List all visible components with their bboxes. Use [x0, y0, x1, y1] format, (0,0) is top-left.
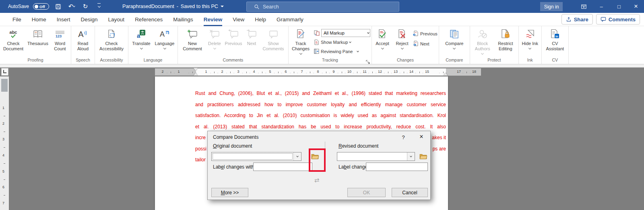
save-button[interactable] [53, 2, 63, 11]
help-icon: ? [402, 134, 405, 140]
tab-stop-selector[interactable] [1, 68, 8, 76]
autosave-toggle[interactable]: Off [33, 3, 49, 10]
redo-button[interactable]: ↻ [80, 2, 90, 11]
reject-button[interactable]: Reject [393, 26, 411, 58]
restrict-editing-button[interactable]: Restrict Editing [494, 26, 517, 58]
ruler-tick [214, 72, 215, 73]
tab-grammarly[interactable]: Grammarly [271, 13, 309, 26]
tab-layout[interactable]: Layout [103, 13, 130, 26]
next-change-button[interactable]: Next [413, 39, 438, 48]
ruler-number: 13 [394, 70, 398, 74]
display-for-review-combobox[interactable]: All Markup [321, 29, 370, 37]
ruler-tick [342, 72, 342, 73]
compare-button[interactable]: Compare [443, 26, 466, 58]
reviewing-pane-button[interactable]: Reviewing Pane [314, 47, 370, 56]
cancel-button[interactable]: Cancel [392, 188, 428, 197]
ruler-tick [388, 72, 388, 73]
check-accessibility-button[interactable]: Check Accessibility [96, 26, 127, 58]
close-button[interactable]: × [628, 0, 644, 13]
revised-document-label: Revised document [339, 143, 378, 149]
ruler-number: 10 [347, 70, 351, 74]
right-indent-marker[interactable] [444, 73, 448, 76]
accept-button[interactable]: Accept [373, 26, 392, 58]
delete-comment-button[interactable]: Delete [206, 26, 223, 58]
translate-button[interactable]: a Translate [130, 26, 153, 58]
ruler-number: 3 [237, 70, 239, 74]
share-button[interactable]: Share [561, 14, 593, 25]
check-document-button[interactable]: abc Check Document [1, 26, 25, 58]
ruler-tick: · [233, 71, 235, 75]
next-change-icon [413, 41, 419, 47]
ruler-number: 11 [363, 70, 366, 74]
next-comment-button[interactable]: Next [244, 26, 260, 58]
read-aloud-icon: A [78, 28, 87, 40]
left-indent-marker[interactable] [194, 73, 198, 76]
tab-mailings[interactable]: Mailings [168, 13, 198, 26]
comments-button[interactable]: Comments [596, 14, 640, 25]
undo-button[interactable]: ↶ [67, 2, 76, 11]
minimize-button[interactable]: – [592, 0, 610, 13]
label-changes-input-left[interactable] [253, 163, 312, 171]
revised-combo-arrow[interactable] [407, 152, 415, 161]
new-comment-button[interactable]: New Comment [179, 26, 206, 58]
tab-home[interactable]: Home [27, 13, 52, 26]
thesaurus-button[interactable]: Thesaurus [25, 26, 50, 58]
customize-quick-access-toolbar-button[interactable] [94, 2, 104, 11]
revised-browse-button[interactable] [418, 152, 429, 161]
label-changes-input-right[interactable] [366, 163, 428, 171]
ok-button[interactable]: OK [347, 188, 386, 197]
ruler-tick [4, 132, 5, 132]
previous-comment-button[interactable]: Previous [223, 26, 244, 58]
search-input[interactable]: Search [246, 2, 399, 12]
tab-insert[interactable]: Insert [52, 13, 76, 26]
share-icon [566, 16, 572, 22]
read-aloud-button[interactable]: A Read Aloud [72, 26, 93, 58]
group-label-protect: Protect [471, 58, 517, 64]
tab-design[interactable]: Design [76, 13, 103, 26]
ruler-tick: · [290, 71, 291, 75]
ruler-tick: · [329, 71, 330, 75]
text-fragment-left: possi [195, 146, 206, 154]
hide-ink-button[interactable]: Hide Ink [521, 26, 539, 58]
block-authors-button[interactable]: Block Authors [471, 26, 494, 58]
tab-references[interactable]: References [130, 13, 168, 26]
ruler-number: 2 [221, 70, 223, 74]
previous-change-button[interactable]: Previous [413, 29, 438, 38]
dialog-help-button[interactable]: ? [397, 133, 410, 142]
undo-dropdown-chevron-icon [73, 5, 75, 7]
cv-assistant-button[interactable]: in CV Assistant [544, 26, 566, 58]
sign-in-button[interactable]: Sign in [540, 2, 563, 11]
ruler-tick: · [462, 71, 464, 75]
show-markup-button[interactable]: Show Markup [314, 38, 370, 46]
autosave-label: AutoSave [8, 4, 29, 9]
tab-view[interactable]: View [227, 13, 250, 26]
group-tracking: Track Changes All Markup [289, 26, 372, 64]
maximize-button[interactable]: □ [610, 0, 628, 13]
group-accessibility: Check Accessibility Accessibility [95, 26, 128, 64]
show-comments-button[interactable]: Show Comments [260, 26, 287, 58]
ribbon-display-options-button[interactable] [575, 0, 592, 13]
dialog-close-button[interactable]: × [414, 132, 429, 142]
group-label-accessibility: Accessibility [96, 58, 127, 64]
first-line-indent-marker[interactable] [194, 68, 198, 71]
accept-dropdown-icon [381, 47, 384, 49]
tab-review[interactable]: Review [198, 13, 228, 26]
tab-file[interactable]: File [7, 13, 27, 26]
original-combo-arrow[interactable] [293, 152, 301, 161]
document-text-line: satisfaction. According to Jin et al. (2… [195, 113, 446, 121]
language-button[interactable]: A Language [153, 26, 176, 58]
original-document-combobox[interactable] [211, 152, 301, 161]
maximize-icon: □ [617, 4, 621, 10]
more-button[interactable]: More >> [211, 188, 248, 197]
word-application-window: AutoSave Off ↶ ↻ [0, 0, 644, 210]
group-changes: Accept Reject [372, 26, 439, 64]
revised-document-combobox[interactable] [337, 152, 415, 161]
ruler-tick: · [258, 71, 259, 75]
tracking-dialog-launcher-button[interactable] [366, 58, 371, 63]
word-count-button[interactable]: 123 Word Count [50, 26, 70, 58]
track-changes-button[interactable]: Track Changes [290, 26, 312, 58]
ruler-number: 5 [269, 70, 271, 74]
search-placeholder: Search [263, 4, 279, 10]
tab-help[interactable]: Help [250, 13, 271, 26]
document-title[interactable]: ParaphrasedDocument - Saved to this PC [105, 0, 242, 13]
